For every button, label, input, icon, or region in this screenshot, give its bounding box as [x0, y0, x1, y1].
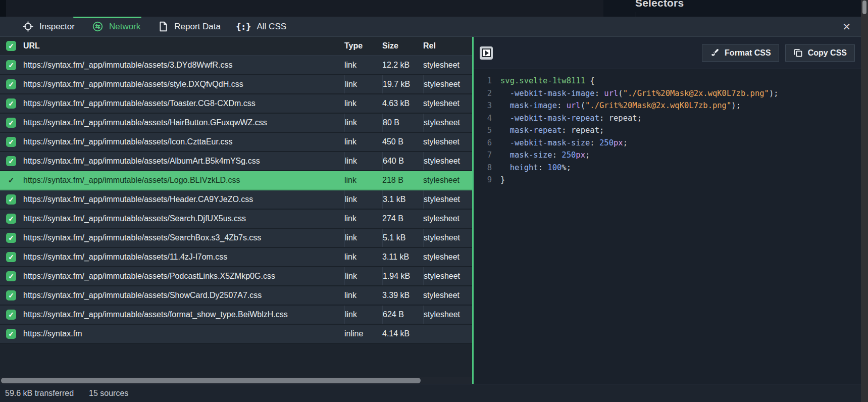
rel-cell: stylesheet — [423, 214, 472, 223]
row-checkbox[interactable]: ✓ — [6, 79, 16, 89]
row-checkbox[interactable]: ✓ — [6, 60, 16, 70]
table-row[interactable]: ✓https://syntax.fm/_app/immutable/assets… — [0, 190, 472, 210]
code-token: px — [614, 137, 623, 149]
rel-cell: stylesheet — [423, 267, 472, 285]
table-row[interactable]: ✓https://syntax.fm/_app/immutable/assets… — [0, 75, 472, 94]
url-cell: https://syntax.fm/_app/immutable/assets/… — [23, 137, 344, 146]
code-token: : — [538, 162, 548, 174]
line-number: 6 — [479, 137, 492, 149]
rel-cell: stylesheet — [423, 152, 472, 170]
row-checkbox-cell: ✓ — [0, 60, 23, 70]
header-type: Type — [344, 41, 382, 51]
browser-scrollbar-thumb[interactable] — [862, 1, 866, 14]
code-token: -webkit-mask-repeat — [500, 112, 599, 125]
row-checkbox[interactable]: ✓ — [6, 156, 16, 166]
table-row[interactable]: ✓https://syntax.fm/_app/immutable/assets… — [0, 152, 472, 171]
table-row[interactable]: ✓https://syntax.fm/_app/immutable/assets… — [0, 248, 472, 267]
row-checkbox-cell: ✓ — [0, 156, 23, 166]
paintbrush-icon — [710, 48, 720, 58]
horizontal-scrollbar[interactable] — [0, 377, 472, 384]
row-checkbox-cell: ✓ — [0, 98, 23, 109]
tab-inspector[interactable]: Inspector — [23, 21, 75, 32]
code-line: 6 -webkit-mask-size: 250px; — [479, 137, 861, 149]
format-css-button[interactable]: Format CSS — [702, 44, 779, 62]
size-cell: 274 B — [382, 214, 423, 223]
horizontal-scrollbar-thumb[interactable] — [1, 378, 421, 383]
rel-cell: stylesheet — [423, 229, 472, 247]
code-token: 250 — [561, 149, 576, 162]
table-row[interactable]: ✓https://syntax.fm/_app/immutable/assets… — [0, 56, 472, 75]
select-all-checkbox[interactable]: ✓ — [6, 41, 16, 51]
code-token: ( — [618, 87, 623, 100]
tab-label: Report Data — [174, 22, 221, 32]
row-checkbox[interactable]: ✓ — [6, 252, 16, 262]
line-number: 2 — [479, 87, 492, 100]
size-cell: 19.7 kB — [382, 75, 423, 93]
background-selectors-panel: Selectors — [603, 0, 861, 17]
code-token: } — [500, 174, 505, 186]
code-token: ; — [637, 112, 642, 125]
row-checkbox[interactable]: ✓ — [6, 310, 16, 320]
size-cell: 80 B — [382, 114, 423, 132]
row-checkbox-cell: ✓ — [0, 310, 23, 320]
rel-cell: stylesheet — [423, 75, 472, 93]
browser-scrollbar[interactable] — [861, 0, 868, 402]
row-checkbox-cell: ✓ — [0, 214, 23, 224]
copy-css-button[interactable]: Copy CSS — [785, 44, 855, 62]
type-cell: link — [344, 291, 382, 300]
copy-css-label: Copy CSS — [808, 48, 847, 58]
table-row[interactable]: ✓https://syntax.fm/_app/immutable/assets… — [0, 306, 472, 325]
tab-network[interactable]: Network — [92, 21, 140, 32]
row-checkbox[interactable]: ✓ — [6, 137, 16, 147]
row-checkbox[interactable]: ✓ — [6, 214, 16, 224]
row-checkbox[interactable]: ✓ — [6, 194, 16, 205]
close-icon[interactable]: ✕ — [842, 22, 851, 32]
table-row[interactable]: ✓https://syntax.fm/_app/immutable/assets… — [0, 94, 472, 114]
document-icon — [159, 21, 168, 32]
url-cell: https://syntax.fm/_app/immutable/assets/… — [23, 272, 344, 281]
tab-all-css[interactable]: {:} All CSS — [236, 21, 286, 32]
url-cell: https://syntax.fm/_app/immutable/assets/… — [23, 61, 344, 70]
css-code-viewer[interactable]: 1svg.svelte-1tw8111 {2 -webkit-mask-imag… — [474, 69, 861, 384]
row-checkbox[interactable]: ✓ — [6, 98, 16, 109]
rel-cell: stylesheet — [423, 176, 472, 185]
header-checkbox-cell: ✓ — [0, 41, 23, 51]
size-cell: 4.14 kB — [382, 329, 423, 338]
row-checkmark[interactable]: ✓ — [6, 176, 16, 185]
line-number: 5 — [479, 124, 492, 137]
tab-label: All CSS — [257, 22, 286, 32]
rel-cell: stylesheet — [423, 114, 472, 132]
table-row[interactable]: ✓https://syntax.fm/_app/immutable/assets… — [0, 229, 472, 248]
size-cell: 624 B — [382, 306, 423, 324]
row-checkbox[interactable]: ✓ — [6, 290, 16, 300]
css-source-panel: Format CSS Copy CSS 1svg.svelte-1tw8111 … — [474, 37, 861, 384]
rel-cell: stylesheet — [423, 190, 472, 209]
code-token: ; — [599, 124, 604, 137]
table-row[interactable]: ✓https://syntax.fm/_app/immutable/assets… — [0, 286, 472, 306]
table-row[interactable]: ✓https://syntax.fm/_app/immutable/assets… — [0, 267, 472, 286]
css-toolbar: Format CSS Copy CSS — [474, 37, 861, 69]
size-cell: 1.94 kB — [382, 267, 423, 285]
panel-expand-icon[interactable] — [480, 46, 493, 60]
devtools-panel: Inspector Network Report Data {:} All CS… — [0, 17, 861, 402]
tab-report-data[interactable]: Report Data — [159, 21, 221, 32]
table-row[interactable]: ✓https://syntax.fm/_app/immutable/assets… — [0, 133, 472, 152]
size-cell: 218 B — [382, 176, 423, 185]
code-token: mask-image — [500, 99, 557, 112]
table-row[interactable]: ✓https://syntax.fm/_app/immutable/assets… — [0, 171, 472, 190]
row-checkbox[interactable]: ✓ — [6, 271, 16, 281]
table-row[interactable]: ✓https://syntax.fm/_app/immutable/assets… — [0, 210, 472, 229]
line-number: 8 — [479, 162, 492, 174]
row-checkbox[interactable]: ✓ — [6, 118, 16, 128]
row-checkbox[interactable]: ✓ — [6, 329, 16, 339]
url-cell: https://syntax.fm/_app/immutable/assets/… — [23, 214, 344, 223]
table-row[interactable]: ✓https://syntax.fm/_app/immutable/assets… — [0, 114, 472, 133]
row-checkbox[interactable]: ✓ — [6, 233, 16, 243]
row-checkbox-cell: ✓ — [0, 118, 23, 128]
code-token: ; — [623, 137, 628, 149]
table-row[interactable]: ✓https://syntax.fminline4.14 kB — [0, 325, 472, 344]
code-token: mask-size — [500, 149, 552, 162]
url-cell: https://syntax.fm — [23, 329, 344, 338]
code-token: ); — [731, 99, 741, 112]
url-cell: https://syntax.fm/_app/immutable/assets/… — [23, 310, 344, 319]
